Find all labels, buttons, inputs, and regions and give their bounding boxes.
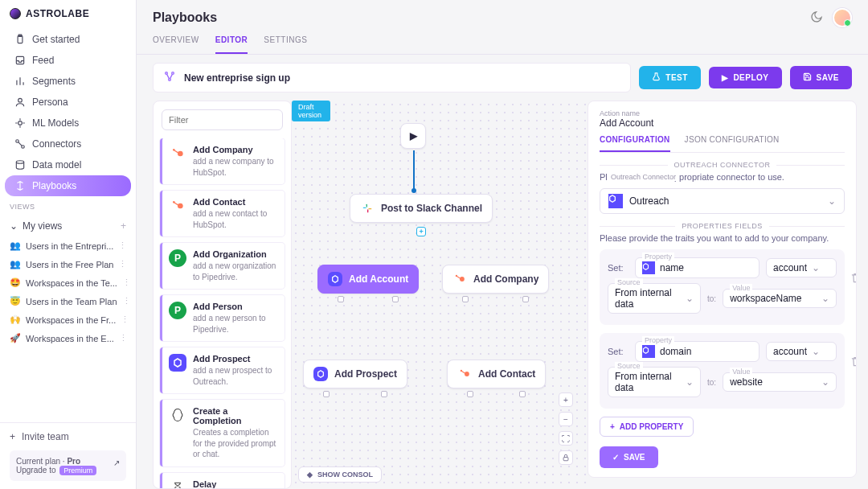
canvas-bg [292, 101, 588, 489]
inspector-tabs: CONFIGURATION JSON CONFIGURATION [600, 135, 845, 153]
emoji-icon: 👥 [10, 259, 21, 269]
tab-overview[interactable]: OVERVIEW [153, 35, 199, 54]
outreach-icon [313, 367, 328, 381]
emoji-icon: 😇 [10, 296, 21, 306]
playbook-icon [14, 180, 26, 191]
add-view-icon[interactable]: + [121, 220, 126, 232]
out-port[interactable] [522, 296, 529, 302]
more-icon[interactable]: ⋮ [122, 277, 131, 288]
view-item[interactable]: 🚀Workspaces in the E...⋮ [5, 329, 131, 347]
action-name[interactable]: Add Account [600, 117, 845, 129]
account-chip[interactable]: account⌄ [766, 258, 837, 277]
tab-configuration[interactable]: CONFIGURATION [600, 135, 670, 152]
lock-button[interactable] [559, 450, 573, 465]
nav-data-model[interactable]: Data model [5, 154, 131, 175]
source-select[interactable]: SourceFrom internal data⌄ [608, 367, 701, 397]
tab-json-configuration[interactable]: JSON CONFIGURATION [685, 135, 780, 152]
library-item-add-person[interactable]: PAdd Personadd a new person to Pipedrive… [160, 295, 285, 341]
property-select[interactable]: Property name [635, 257, 760, 278]
more-icon[interactable]: ⋮ [118, 240, 127, 251]
library-item-add-organization[interactable]: PAdd Organizationadd a new organization … [160, 243, 285, 289]
more-icon[interactable]: ⋮ [122, 296, 131, 306]
nav-persona[interactable]: Persona [5, 92, 131, 113]
out-port[interactable] [381, 391, 387, 397]
fit-button[interactable]: ⛶ [559, 431, 573, 446]
more-icon[interactable]: ⋮ [118, 259, 127, 269]
emoji-icon: 🤩 [10, 277, 21, 288]
node-add-company[interactable]: Add Company [442, 265, 549, 294]
inbox-icon [14, 55, 26, 66]
property-select[interactable]: Property domain [635, 341, 760, 362]
avatar[interactable] [833, 8, 852, 27]
view-item[interactable]: 👥Users in the Entrepri...⋮ [5, 236, 131, 255]
filter-input[interactable] [162, 109, 283, 130]
out-port[interactable] [392, 296, 399, 302]
outreach-icon [608, 194, 623, 208]
trash-icon[interactable] [850, 355, 857, 370]
add-port-icon[interactable]: + [416, 227, 426, 236]
inspector-save-button[interactable]: ✓ SAVE [600, 446, 658, 468]
pipedrive-icon: P [169, 302, 186, 319]
connector-select[interactable]: Outreach ⌄ [600, 188, 845, 214]
nav-playbooks[interactable]: Playbooks [5, 175, 131, 196]
workflow-title[interactable]: New entreprise sign up [153, 63, 631, 92]
node-add-contact[interactable]: Add Contact [447, 360, 546, 388]
tab-settings[interactable]: SETTINGS [264, 35, 307, 54]
more-icon[interactable]: ⋮ [121, 314, 129, 325]
library-item-add-contact[interactable]: Add Contactadd a new contact to HubSpot. [160, 191, 285, 236]
out-port[interactable] [338, 296, 344, 302]
tab-editor[interactable]: EDITOR [215, 35, 248, 54]
my-views-header[interactable]: ⌄My views + [0, 216, 136, 236]
chevron-down-icon: ⌄ [821, 376, 829, 388]
canvas[interactable]: Draft version ▶ Post to Slack Channe [292, 101, 588, 489]
nav-ml-models[interactable]: ML Models [5, 113, 131, 134]
view-item[interactable]: 👥Users in the Free Plan⋮ [5, 255, 131, 273]
source-select[interactable]: SourceFrom internal data⌄ [608, 283, 701, 314]
node-slack[interactable]: Post to Slack Channel + [350, 194, 493, 223]
library-item-create-completion[interactable]: Create a CompletionCreates a completion … [160, 400, 285, 466]
test-button[interactable]: TEST [639, 66, 701, 89]
theme-toggle-icon[interactable] [810, 10, 823, 26]
save-icon [803, 72, 812, 83]
value-select[interactable]: Valuewebsite⌄ [723, 372, 837, 392]
svg-point-10 [178, 151, 183, 157]
chevron-down-icon: ⌄ [821, 293, 829, 304]
node-add-account[interactable]: Add Account [317, 265, 419, 294]
out-port[interactable] [519, 391, 526, 397]
nav-get-started[interactable]: Get started [5, 29, 131, 50]
my-views-label: My views [23, 220, 62, 232]
invite-team[interactable]: +Invite team [10, 431, 126, 450]
library-item-delay[interactable]: DelayPause your playbook for a defined p… [160, 473, 285, 489]
clipboard-icon [14, 34, 26, 45]
nav-segments[interactable]: Segments [5, 71, 131, 92]
view-item[interactable]: 😇Users in the Team Plan⋮ [5, 292, 131, 310]
out-port[interactable] [467, 391, 473, 397]
save-button[interactable]: SAVE [790, 66, 853, 89]
zoom-out-button[interactable]: − [559, 412, 573, 426]
workspace: Add Companyadd a new company to HubSpot.… [137, 101, 868, 489]
hubspot-icon [457, 367, 472, 381]
nav-connectors[interactable]: Connectors [5, 134, 131, 154]
library-item-add-company[interactable]: Add Companyadd a new company to HubSpot. [160, 138, 285, 184]
account-chip[interactable]: account⌄ [766, 342, 837, 361]
out-port[interactable] [323, 391, 330, 397]
node-add-prospect[interactable]: Add Prospect [303, 360, 407, 388]
more-icon[interactable]: ⋮ [119, 333, 128, 343]
nav-feed[interactable]: Feed [5, 50, 131, 71]
action-name-label: Action name [600, 109, 845, 117]
node-trigger[interactable]: ▶ [400, 123, 426, 149]
add-property-button[interactable]: + ADD PROPERTY [600, 417, 694, 437]
property-group: Set: Property domain account⌄ SourceFrom… [600, 333, 845, 409]
deploy-button[interactable]: ▶DEPLOY [709, 67, 782, 88]
value-select[interactable]: ValueworkspaceName⌄ [723, 289, 837, 308]
view-item[interactable]: 🤩Workspaces in the Te...⋮ [5, 273, 131, 292]
out-port[interactable] [462, 296, 469, 302]
library-item-add-prospect[interactable]: Add Prospectadd a new prospect to Outrea… [160, 347, 285, 393]
trash-icon[interactable] [850, 272, 857, 286]
view-item[interactable]: 🙌Workspaces in the Fr...⋮ [5, 310, 131, 329]
plan-card[interactable]: Current plan · Pro Upgrade to Premium ↗ [10, 450, 126, 481]
deploy-icon: ▶ [722, 73, 729, 82]
show-console-button[interactable]: ◆ SHOW CONSOL [298, 466, 382, 483]
astrolabe-logo-icon [10, 8, 21, 19]
zoom-in-button[interactable]: + [559, 392, 573, 407]
